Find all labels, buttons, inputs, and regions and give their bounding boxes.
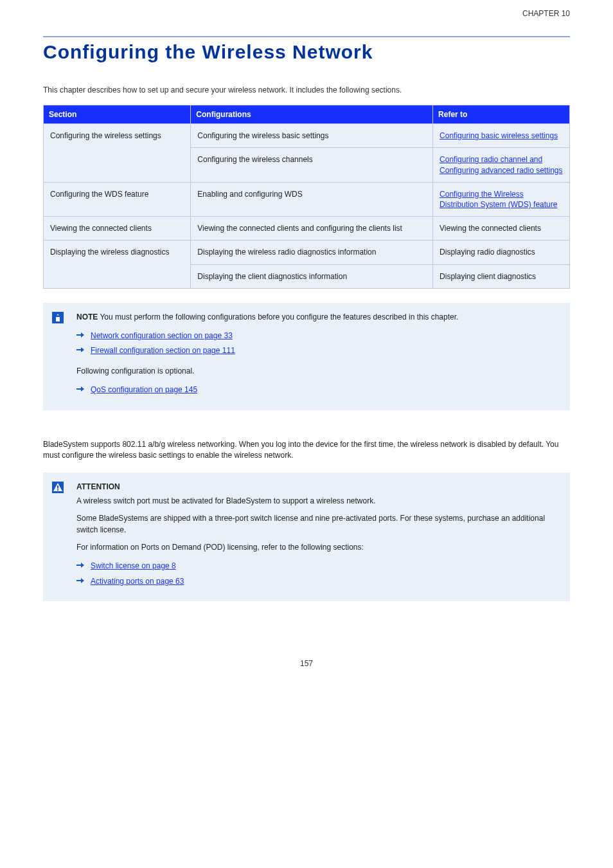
attention-p1: A wireless switch port must be activated… <box>76 496 560 507</box>
attention-callout: ATTENTION A wireless switch port must be… <box>43 473 570 601</box>
attention-p2: Some BladeSystems are shipped with a thr… <box>76 513 560 536</box>
cell-refer: Configuring radio channel and Configurin… <box>433 148 570 182</box>
svg-rect-3 <box>57 489 58 491</box>
cell-refer: Configuring basic wireless settings <box>433 124 570 148</box>
note-optional-lead: Following configuration is optional. <box>76 366 560 377</box>
cell-section: Displaying the wireless diagnostics <box>44 240 191 288</box>
cell-config: Displaying the wireless radio diagnostic… <box>191 240 433 264</box>
attention-link[interactable]: Switch license on page 8 <box>91 561 176 570</box>
table-link[interactable]: Configuring the Wireless Distribution Sy… <box>440 190 557 209</box>
page-number: 157 <box>43 659 570 668</box>
note-link[interactable]: Network configuration section on page 33 <box>91 331 233 340</box>
bullet-arrow-icon <box>76 332 91 338</box>
body-paragraph: BladeSystem supports 802.11 a/b/g wirele… <box>43 439 570 462</box>
bullet-arrow-icon <box>76 577 91 584</box>
list-item: Network configuration section on page 33 <box>76 330 560 341</box>
attention-link[interactable]: Activating ports on page 63 <box>91 577 184 586</box>
chapter-number: CHAPTER 10 <box>522 9 570 18</box>
cell-config: Displaying the client diagnostics inform… <box>191 264 433 288</box>
table-link[interactable]: Configuring radio channel and Configurin… <box>440 155 562 174</box>
note-lead: NOTE You must perform the following conf… <box>76 312 560 323</box>
th-refer: Refer to <box>433 105 570 124</box>
cell-config: Configuring the wireless channels <box>191 148 433 182</box>
cell-refer: Displaying client diagnostics <box>433 264 570 288</box>
note-label: NOTE <box>76 312 98 321</box>
cell-config: Viewing the connected clients and config… <box>191 217 433 240</box>
cell-section: Configuring the wireless settings <box>44 124 191 183</box>
note-callout: NOTE You must perform the following conf… <box>43 303 570 410</box>
top-divider <box>43 36 570 37</box>
table-row: Configuring the WDS feature Enabling and… <box>44 182 570 216</box>
bullet-arrow-icon <box>76 562 91 568</box>
page-title: Configuring the Wireless Network <box>43 41 570 63</box>
sections-table: Section Configurations Refer to Configur… <box>43 105 570 289</box>
attention-p3: For information on Ports on Demand (POD)… <box>76 542 560 553</box>
cell-section: Configuring the WDS feature <box>44 182 191 216</box>
svg-rect-2 <box>57 485 58 489</box>
cell-refer: Configuring the Wireless Distribution Sy… <box>433 182 570 216</box>
table-row: Viewing the connected clients Viewing th… <box>44 217 570 240</box>
list-item: Switch license on page 8 <box>76 561 560 572</box>
bullet-arrow-icon <box>76 347 91 353</box>
note-lead-rest: You must perform the following configura… <box>98 312 458 321</box>
cell-config: Configuring the wireless basic settings <box>191 124 433 148</box>
attention-icon <box>52 482 64 496</box>
note-icon <box>52 312 64 326</box>
list-item: Activating ports on page 63 <box>76 576 560 587</box>
note-link[interactable]: Firewall configuration section on page 1… <box>91 346 235 355</box>
cell-refer: Viewing the connected clients <box>433 217 570 240</box>
cell-refer: Displaying radio diagnostics <box>433 240 570 264</box>
bullet-arrow-icon <box>76 386 91 392</box>
th-section: Section <box>44 105 191 124</box>
table-row: Displaying the wireless diagnostics Disp… <box>44 240 570 264</box>
cell-config: Enabling and configuring WDS <box>191 182 433 216</box>
th-config: Configurations <box>191 105 433 124</box>
note-link[interactable]: QoS configuration on page 145 <box>91 385 197 394</box>
table-link[interactable]: Configuring basic wireless settings <box>440 131 558 140</box>
intro-paragraph: This chapter describes how to set up and… <box>43 85 570 95</box>
list-item: QoS configuration on page 145 <box>76 384 560 395</box>
list-item: Firewall configuration section on page 1… <box>76 345 560 356</box>
table-row: Configuring the wireless settings Config… <box>44 124 570 148</box>
attention-label: ATTENTION <box>76 482 120 491</box>
cell-section: Viewing the connected clients <box>44 217 191 240</box>
attention-lead: ATTENTION <box>76 482 560 493</box>
